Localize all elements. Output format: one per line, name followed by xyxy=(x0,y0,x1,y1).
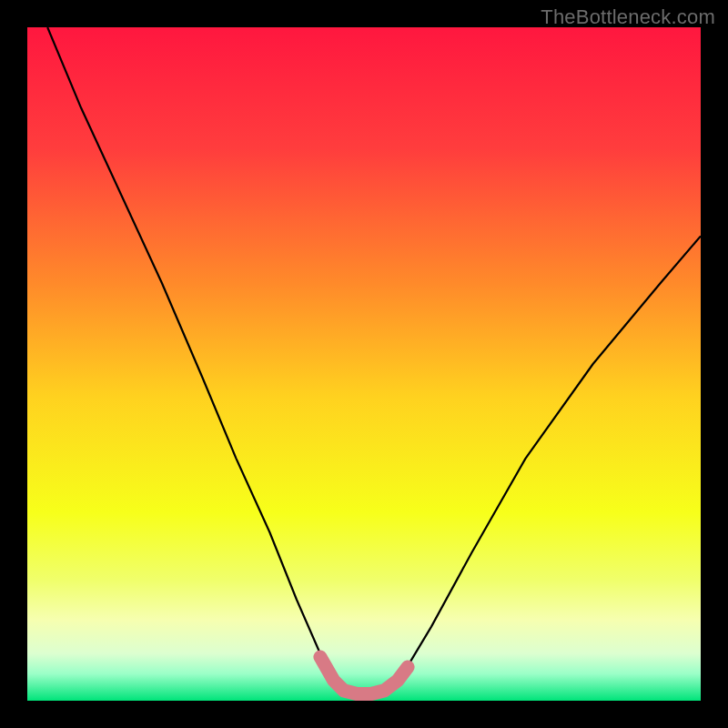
plot-area xyxy=(27,27,701,701)
bottleneck-curve-svg xyxy=(27,27,701,701)
bottleneck-curve xyxy=(47,27,701,694)
watermark-text: TheBottleneck.com xyxy=(541,5,715,29)
highlight-band xyxy=(320,657,408,694)
chart-frame: TheBottleneck.com xyxy=(0,0,728,728)
